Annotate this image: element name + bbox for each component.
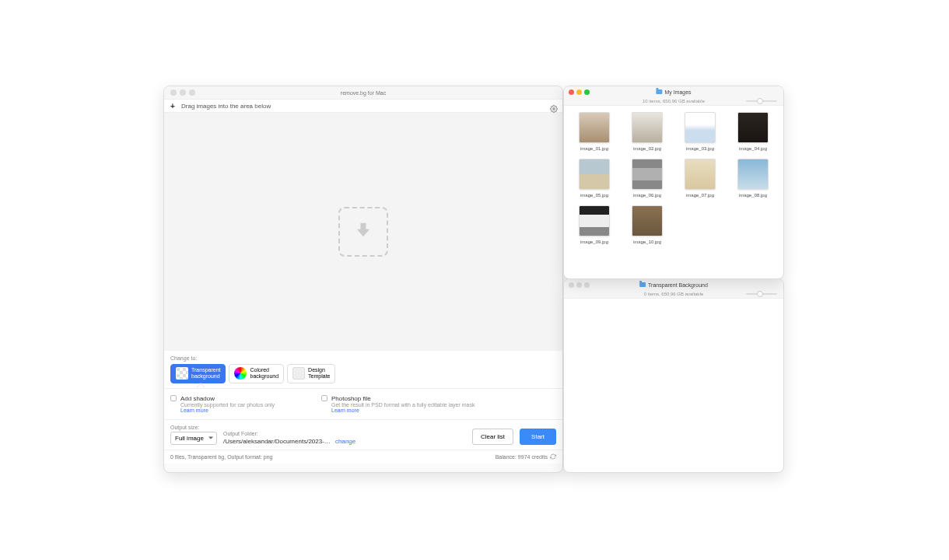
file-item[interactable]: image_01.jpg — [570, 112, 618, 151]
drag-bar: + Drag images into the area below — [164, 99, 562, 113]
drop-target — [338, 207, 388, 257]
shadow-title: Add shadow — [180, 395, 215, 402]
close-button[interactable] — [569, 89, 574, 95]
minimize-button[interactable] — [180, 89, 186, 96]
svg-point-0 — [553, 108, 555, 110]
output-size-group: Output size: Full image — [170, 425, 217, 445]
output-size-select[interactable]: Full image — [170, 432, 217, 445]
drag-hint: Drag images into the area below — [181, 103, 550, 110]
change-to-label: Change to: — [170, 355, 556, 361]
option-shadow: Add shadow Currently supported for car p… — [170, 395, 275, 413]
thumbnail-grid: image_01.jpgimage_02.jpgimage_03.jpgimag… — [564, 106, 783, 247]
file-name: image_02.jpg — [633, 146, 661, 151]
close-button[interactable] — [170, 89, 177, 96]
shadow-subtitle: Currently supported for car photos only — [180, 402, 275, 408]
file-thumbnail — [632, 205, 663, 236]
file-item[interactable]: image_04.jpg — [729, 112, 777, 151]
zoom-slider[interactable] — [746, 292, 777, 296]
output-row: Output size: Full image Output Folder: /… — [164, 419, 562, 450]
tab-transparent[interactable]: Transparentbackground — [170, 364, 226, 383]
status-balance: Balance: 9974 credits — [496, 454, 548, 460]
status-left: 0 files, Transparent bg, Output format: … — [170, 454, 273, 460]
titlebar[interactable]: remove.bg for Mac — [164, 86, 562, 99]
refresh-icon[interactable] — [548, 453, 556, 460]
option-psd: Photoshop file Get the result in PSD for… — [321, 395, 474, 413]
finder-output-titlebar[interactable]: Transparent Background — [564, 279, 783, 290]
add-icon[interactable]: + — [169, 102, 177, 110]
change-folder-link[interactable]: change — [335, 438, 355, 445]
shadow-learn-more[interactable]: Learn more — [180, 408, 275, 413]
file-item[interactable]: image_05.jpg — [570, 159, 618, 198]
file-thumbnail — [579, 205, 610, 236]
file-name: image_04.jpg — [739, 146, 767, 151]
file-name: image_07.jpg — [686, 193, 714, 198]
template-icon — [292, 367, 305, 380]
psd-subtitle: Get the result in PSD format with a full… — [331, 402, 474, 408]
psd-title: Photoshop file — [331, 395, 371, 402]
file-item[interactable]: image_10.jpg — [623, 205, 671, 244]
file-thumbnail — [685, 159, 716, 190]
output-folder-path: /Users/aleksandar/Documents/2023-04-0… — [223, 438, 332, 445]
file-thumbnail — [579, 112, 610, 143]
file-name: image_01.jpg — [580, 146, 608, 151]
file-name: image_09.jpg — [580, 240, 608, 244]
app-window: remove.bg for Mac + Drag images into the… — [163, 86, 563, 473]
tab-colored[interactable]: Coloredbackground — [229, 364, 284, 383]
file-name: image_05.jpg — [580, 193, 608, 198]
finder-source-window: My Images 10 items, 650,96 GB available … — [563, 86, 784, 279]
finder-output-status: 0 items, 650,96 GB available — [564, 290, 783, 299]
background-tabs: Transparentbackground Coloredbackground … — [170, 364, 556, 383]
file-item[interactable]: image_09.jpg — [570, 205, 618, 244]
output-folder-group: Output Folder: /Users/aleksandar/Documen… — [223, 431, 355, 445]
file-item[interactable]: image_06.jpg — [623, 159, 671, 198]
settings-icon[interactable] — [550, 102, 558, 110]
file-item[interactable]: image_02.jpg — [623, 112, 671, 151]
maximize-button[interactable] — [584, 282, 590, 288]
drop-area[interactable] — [164, 113, 562, 351]
output-size-label: Output size: — [170, 425, 217, 430]
file-thumbnail — [737, 159, 769, 190]
color-wheel-icon — [234, 367, 247, 380]
file-item[interactable]: image_03.jpg — [676, 112, 724, 151]
output-folder-label: Output Folder: — [223, 431, 355, 436]
options-panel: Add shadow Currently supported for car p… — [164, 388, 562, 419]
folder-icon — [639, 282, 646, 287]
close-button[interactable] — [569, 282, 574, 288]
psd-checkbox[interactable] — [321, 395, 327, 401]
download-arrow-icon — [352, 219, 374, 244]
file-thumbnail — [685, 112, 716, 143]
file-item[interactable]: image_07.jpg — [676, 159, 724, 198]
file-thumbnail — [632, 159, 663, 190]
finder-output-title: Transparent Background — [639, 282, 708, 288]
file-item[interactable]: image_08.jpg — [729, 159, 777, 198]
file-name: image_03.jpg — [686, 146, 714, 151]
file-thumbnail — [737, 112, 769, 143]
start-button[interactable]: Start — [520, 429, 556, 445]
finder-source-status: 10 items, 650,96 GB available — [564, 97, 783, 106]
file-thumbnail — [632, 112, 663, 143]
transparent-icon — [176, 367, 188, 380]
file-name: image_06.jpg — [633, 193, 661, 198]
file-name: image_08.jpg — [739, 193, 767, 198]
tab-design[interactable]: DesignTemplate — [287, 364, 335, 383]
maximize-button[interactable] — [189, 89, 195, 96]
zoom-slider[interactable] — [746, 99, 777, 103]
clear-list-button[interactable]: Clear list — [472, 429, 513, 445]
maximize-button[interactable] — [584, 89, 590, 95]
change-to-section: Change to: Transparentbackground Colored… — [164, 351, 562, 388]
minimize-button[interactable] — [576, 89, 582, 95]
folder-icon — [656, 89, 662, 94]
psd-learn-more[interactable]: Learn more — [331, 408, 474, 413]
shadow-checkbox[interactable] — [170, 395, 177, 401]
status-bar: 0 files, Transparent bg, Output format: … — [164, 450, 562, 464]
minimize-button[interactable] — [576, 282, 582, 288]
finder-source-titlebar[interactable]: My Images — [564, 86, 783, 97]
finder-output-window: Transparent Background 0 items, 650,96 G… — [563, 278, 784, 473]
finder-source-title: My Images — [656, 89, 691, 95]
window-title: remove.bg for Mac — [341, 90, 386, 96]
file-name: image_10.jpg — [633, 240, 661, 244]
file-thumbnail — [579, 159, 610, 190]
